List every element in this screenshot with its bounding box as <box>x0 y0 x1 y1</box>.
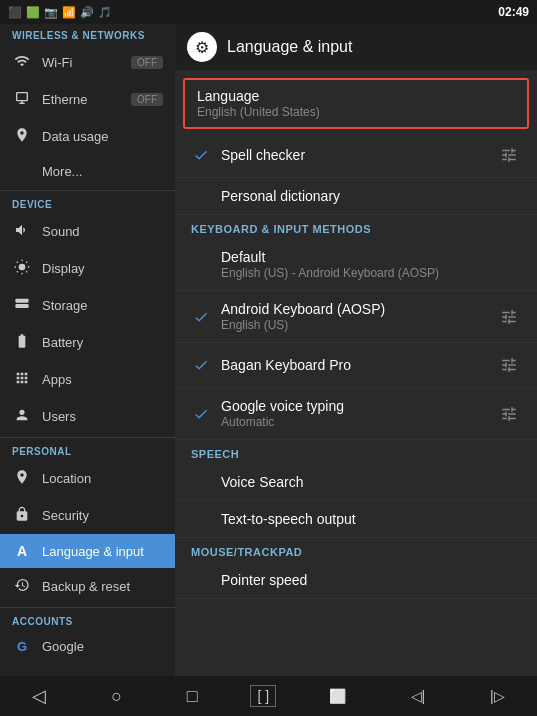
default-title: Default <box>221 249 521 265</box>
voice-search-title: Voice Search <box>221 474 521 490</box>
bagan-keyboard-title: Bagan Keyboard Pro <box>221 357 487 373</box>
location-icon <box>12 469 32 488</box>
pointer-speed-text: Pointer speed <box>221 572 521 588</box>
sidebar-item-users[interactable]: Users <box>0 398 175 435</box>
language-icon: A <box>12 543 32 559</box>
app-icon-2: 🟩 <box>26 6 40 19</box>
sidebar-item-security[interactable]: Security <box>0 497 175 534</box>
sidebar-item-display[interactable]: Display <box>0 250 175 287</box>
spell-checker-check <box>191 145 211 165</box>
bottom-nav: ◁ ○ □ [ ] ⬜ ◁| |▷ <box>0 676 537 716</box>
home-button[interactable]: ○ <box>99 682 134 711</box>
sidebar-item-battery[interactable]: Battery <box>0 324 175 361</box>
page-title: Language & input <box>227 38 352 56</box>
android-keyboard-settings-icon[interactable] <box>497 305 521 329</box>
language-item[interactable]: Language English (United States) <box>183 78 529 129</box>
status-bar: ⬛ 🟩 📷 📶 🔊 🎵 02:49 <box>0 0 537 24</box>
battery-icon <box>12 333 32 352</box>
bagan-keyboard-text: Bagan Keyboard Pro <box>221 357 487 373</box>
storage-icon <box>12 296 32 315</box>
sidebar-item-add-account[interactable]: + Add account <box>0 663 175 676</box>
divider-accounts <box>0 607 175 608</box>
pointer-speed-item[interactable]: Pointer speed <box>175 562 537 599</box>
default-text: Default English (US) - Android Keyboard … <box>221 249 521 280</box>
voice-search-text: Voice Search <box>221 474 521 490</box>
svg-rect-0 <box>17 93 28 101</box>
google-voice-settings-icon[interactable] <box>497 402 521 426</box>
divider-device <box>0 190 175 191</box>
backup-label: Backup & reset <box>42 579 130 594</box>
screenshot-button[interactable]: [ ] <box>250 685 276 707</box>
android-keyboard-subtitle: English (US) <box>221 318 487 332</box>
bagan-keyboard-item[interactable]: Bagan Keyboard Pro <box>175 343 537 388</box>
display-label: Display <box>42 261 85 276</box>
speech-section-header: SPEECH <box>175 440 537 464</box>
google-icon: G <box>12 639 32 654</box>
data-usage-label: Data usage <box>42 129 109 144</box>
tts-title: Text-to-speech output <box>221 511 521 527</box>
mouse-section-header: MOUSE/TRACKPAD <box>175 538 537 562</box>
ethernet-label: Etherne <box>42 92 88 107</box>
ethernet-icon <box>12 90 32 109</box>
personal-dictionary-item[interactable]: Personal dictionary <box>175 178 537 215</box>
language-label: Language & input <box>42 544 144 559</box>
app-icon-3: 📷 <box>44 6 58 19</box>
android-keyboard-check <box>191 307 211 327</box>
sidebar-item-sound[interactable]: Sound <box>0 213 175 250</box>
recent-button[interactable]: □ <box>175 682 210 711</box>
spell-checker-settings-icon[interactable] <box>497 143 521 167</box>
sound-label: Sound <box>42 224 80 239</box>
default-item[interactable]: Default English (US) - Android Keyboard … <box>175 239 537 291</box>
storage-label: Storage <box>42 298 88 313</box>
sidebar-item-storage[interactable]: Storage <box>0 287 175 324</box>
more-label: More... <box>42 164 82 179</box>
sidebar-section-wireless: WIRELESS & NETWORKS <box>0 24 175 44</box>
sidebar-item-language[interactable]: A Language & input <box>0 534 175 568</box>
personal-dictionary-title: Personal dictionary <box>221 188 521 204</box>
apps-icon <box>12 370 32 389</box>
app-icon-6: 🎵 <box>98 6 112 19</box>
spell-checker-title: Spell checker <box>221 147 487 163</box>
back-button[interactable]: ◁ <box>20 681 58 711</box>
sidebar-item-more[interactable]: More... <box>0 155 175 188</box>
display-icon <box>12 259 32 278</box>
sidebar-item-backup[interactable]: Backup & reset <box>0 568 175 605</box>
google-voice-subtitle: Automatic <box>221 415 487 429</box>
status-icons: ⬛ 🟩 📷 📶 🔊 🎵 <box>8 6 112 19</box>
bagan-keyboard-settings-icon[interactable] <box>497 353 521 377</box>
android-keyboard-text: Android Keyboard (AOSP) English (US) <box>221 301 487 332</box>
sidebar-section-accounts: ACCOUNTS <box>0 610 175 630</box>
tts-text: Text-to-speech output <box>221 511 521 527</box>
sidebar-item-ethernet[interactable]: Etherne OFF <box>0 81 175 118</box>
spell-checker-item[interactable]: Spell checker <box>175 133 537 178</box>
sidebar-item-google[interactable]: G Google <box>0 630 175 663</box>
svg-point-3 <box>19 264 26 271</box>
location-label: Location <box>42 471 91 486</box>
voice-search-item[interactable]: Voice Search <box>175 464 537 501</box>
security-icon <box>12 506 32 525</box>
tts-item[interactable]: Text-to-speech output <box>175 501 537 538</box>
sidebar-item-wifi[interactable]: Wi-Fi OFF <box>0 44 175 81</box>
android-keyboard-item[interactable]: Android Keyboard (AOSP) English (US) <box>175 291 537 343</box>
android-keyboard-title: Android Keyboard (AOSP) <box>221 301 487 317</box>
language-title: Language <box>197 88 515 104</box>
wifi-toggle[interactable]: OFF <box>131 56 163 69</box>
app-icon-1: ⬛ <box>8 6 22 19</box>
camera-button[interactable]: ⬜ <box>317 684 358 708</box>
wifi-label: Wi-Fi <box>42 55 72 70</box>
sidebar-item-location[interactable]: Location <box>0 460 175 497</box>
keyboard-section-header: KEYBOARD & INPUT METHODS <box>175 215 537 239</box>
app-icon-5: 🔊 <box>80 6 94 19</box>
page-title-bar: ⚙ Language & input <box>175 24 537 70</box>
google-voice-typing-item[interactable]: Google voice typing Automatic <box>175 388 537 440</box>
google-voice-check <box>191 404 211 424</box>
vol-down-button[interactable]: ◁| <box>399 684 438 708</box>
sidebar-item-data-usage[interactable]: Data usage <box>0 118 175 155</box>
sidebar-item-apps[interactable]: Apps <box>0 361 175 398</box>
vol-up-button[interactable]: |▷ <box>478 684 517 708</box>
language-item-text: Language English (United States) <box>197 88 515 119</box>
ethernet-toggle[interactable]: OFF <box>131 93 163 106</box>
security-label: Security <box>42 508 89 523</box>
sidebar-section-personal: PERSONAL <box>0 440 175 460</box>
bagan-keyboard-check <box>191 355 211 375</box>
